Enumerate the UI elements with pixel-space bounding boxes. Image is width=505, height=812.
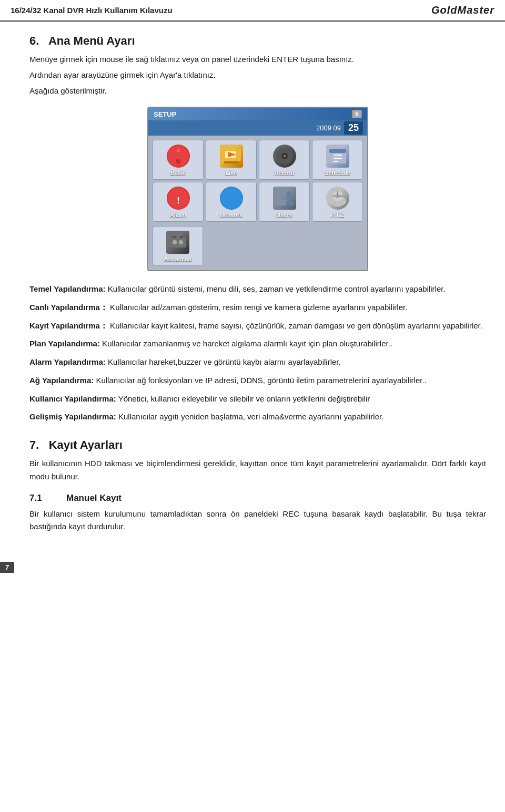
desc-alarm: Alarm Yapılandırma: Kullanıcılar hareket… bbox=[29, 356, 486, 369]
svg-rect-5 bbox=[224, 161, 239, 163]
svg-rect-2 bbox=[176, 159, 180, 163]
desc-canli-text: Kullanıcılar ad/zaman gösterim, resim re… bbox=[108, 303, 407, 312]
desc-kayit-bold: Kayıt Yapılandırma： bbox=[29, 321, 108, 330]
desc-gelismis: Gelişmiş Yapılandırma: Kullanıcılar aygı… bbox=[29, 410, 486, 424]
svg-point-22 bbox=[279, 190, 286, 198]
setup-item-live[interactable]: Live bbox=[206, 140, 257, 180]
ptz-icon bbox=[326, 187, 349, 210]
setup-item-live-label: Live bbox=[225, 170, 237, 176]
desc-kayit-text: Kullanıcılar kayıt kalitesi, frame sayıs… bbox=[108, 321, 482, 330]
setup-date-bar: 2009 09 25 bbox=[148, 120, 367, 136]
svg-rect-30 bbox=[169, 237, 186, 248]
setup-advanced-row: Advanced bbox=[148, 226, 367, 270]
svg-point-32 bbox=[179, 240, 183, 244]
setup-item-schedule-label: Schedule bbox=[325, 170, 350, 176]
header-logo: GoldMaster bbox=[431, 4, 494, 16]
svg-point-31 bbox=[173, 240, 177, 244]
desc-kullanici: Kullanıcı Yapılandırma: Yönetici, kullan… bbox=[29, 393, 486, 406]
users-icon bbox=[273, 187, 296, 210]
section7-title: 7. Kayıt Ayarları bbox=[29, 438, 486, 452]
footer: 7 bbox=[0, 562, 505, 573]
section6-title: 6. Ana Menü Ayarı bbox=[29, 34, 486, 48]
page-content: 6. Ana Menü Ayarı Menüye girmek için mou… bbox=[0, 22, 505, 551]
desc-canli-bold: Canlı Yapılandırma： bbox=[29, 303, 108, 312]
desc-ag-bold: Ağ Yapılandırma: bbox=[29, 376, 94, 385]
desc-kayit: Kayıt Yapılandırma： Kullanıcılar kayıt k… bbox=[29, 320, 486, 333]
svg-rect-33 bbox=[173, 236, 176, 238]
section7-heading: Kayıt Ayarları bbox=[49, 438, 123, 451]
setup-titlebar: SETUP X bbox=[148, 108, 367, 120]
section7-number: 7. bbox=[29, 438, 39, 451]
setup-item-alarm-label: Alarm bbox=[170, 212, 186, 218]
desc-ag-text: Kullanıcılar ağ fonksiyonları ve IP adre… bbox=[94, 376, 427, 385]
setup-date-label: 2009 09 bbox=[316, 124, 341, 132]
setup-item-advanced-label: Advanced bbox=[164, 256, 192, 262]
setup-item-ptz[interactable]: P.T.Z bbox=[312, 182, 363, 222]
setup-item-basic[interactable]: Basic bbox=[153, 140, 204, 180]
desc-gelismis-text: Kullanıcılar aygıtı yeniden başlatma, ve… bbox=[116, 412, 384, 421]
desc-alarm-bold: Alarm Yapılandırma: bbox=[29, 357, 106, 366]
setup-date-number: 25 bbox=[344, 121, 363, 135]
section71-number: 7.1 bbox=[29, 493, 50, 503]
desc-plan-text: Kullanıcılar zamanlanmış ve hareket algı… bbox=[100, 339, 392, 348]
setup-title-label: SETUP bbox=[154, 110, 176, 118]
schedule-icon bbox=[326, 145, 349, 168]
setup-close-btn[interactable]: X bbox=[352, 110, 362, 118]
section6-heading: Ana Menü Ayarı bbox=[48, 34, 135, 47]
setup-item-record[interactable]: Record bbox=[259, 140, 310, 180]
desc-temel-text: Kullanıcılar görüntü sistemi, menu dili,… bbox=[106, 284, 446, 293]
live-icon bbox=[220, 145, 243, 168]
setup-item-network-label: Network bbox=[220, 212, 243, 218]
header-title: 16/24/32 Kanal DVR Hızlı Kullanım Kılavu… bbox=[11, 6, 173, 15]
svg-text:!: ! bbox=[177, 196, 179, 205]
setup-item-record-label: Record bbox=[275, 170, 295, 176]
basic-icon bbox=[167, 145, 190, 168]
desc-gelismis-bold: Gelişmiş Yapılandırma: bbox=[29, 412, 116, 421]
desc-kullanici-text: Yönetici, kullanıcı ekleyebilir ve sileb… bbox=[116, 394, 370, 403]
setup-item-alarm[interactable]: ! Alarm bbox=[153, 182, 204, 222]
desc-plan-bold: Plan Yapılandırma: bbox=[29, 339, 100, 348]
section7-intro: Bir kullanıcının HDD takması ve biçimlen… bbox=[29, 457, 486, 484]
setup-item-users[interactable]: Users bbox=[259, 182, 310, 222]
svg-rect-34 bbox=[180, 236, 183, 238]
setup-menu-grid: Basic Live bbox=[148, 136, 367, 226]
setup-image: SETUP X 2009 09 25 bbox=[29, 107, 486, 271]
section6-para3: Aşağıda gösterilmiştir. bbox=[29, 85, 486, 97]
record-icon bbox=[273, 145, 296, 168]
network-icon bbox=[220, 187, 243, 210]
svg-point-26 bbox=[336, 194, 340, 198]
desc-canli: Canlı Yapılandırma： Kullanıcılar ad/zama… bbox=[29, 301, 486, 314]
page-container: 16/24/32 Kanal DVR Hızlı Kullanım Kılavu… bbox=[0, 0, 505, 573]
svg-point-9 bbox=[284, 155, 286, 157]
section71-heading: Manuel Kayıt bbox=[66, 493, 122, 503]
setup-item-ptz-label: P.T.Z bbox=[331, 212, 344, 218]
setup-item-schedule[interactable]: Schedule bbox=[312, 140, 363, 180]
setup-item-advanced[interactable]: Advanced bbox=[153, 226, 203, 266]
setup-box: SETUP X 2009 09 25 bbox=[147, 107, 368, 271]
desc-alarm-text: Kullanıcılar hareket,buzzer ve görüntü k… bbox=[106, 357, 341, 366]
svg-point-23 bbox=[286, 191, 291, 197]
section6-number: 6. bbox=[29, 34, 39, 47]
advanced-icon bbox=[166, 231, 189, 254]
section6-para2: Ardından ayar arayüzüne girmek için Ayar… bbox=[29, 69, 486, 81]
section71-text: Bir kullanıcı sistem kurulumunu tamamlad… bbox=[29, 508, 486, 534]
setup-item-basic-label: Basic bbox=[170, 170, 186, 176]
page-header: 16/24/32 Kanal DVR Hızlı Kullanım Kılavu… bbox=[0, 0, 505, 22]
alarm-icon: ! bbox=[167, 187, 190, 210]
section6-para1: Menüye girmek için mouse ile sağ tıklatı… bbox=[29, 53, 486, 66]
desc-kullanici-bold: Kullanıcı Yapılandırma: bbox=[29, 394, 116, 403]
desc-temel-bold: Temel Yapılandırma: bbox=[29, 284, 106, 293]
page-number: 7 bbox=[0, 562, 14, 573]
setup-item-users-label: Users bbox=[276, 212, 292, 218]
setup-item-network[interactable]: Network bbox=[206, 182, 257, 222]
svg-rect-11 bbox=[329, 149, 346, 153]
desc-ag: Ağ Yapılandırma: Kullanıcılar ağ fonksiy… bbox=[29, 374, 486, 387]
desc-temel: Temel Yapılandırma: Kullanıcılar görüntü… bbox=[29, 283, 486, 296]
section71-title: 7.1 Manuel Kayıt bbox=[29, 493, 486, 503]
desc-plan: Plan Yapılandırma: Kullanıcılar zamanlan… bbox=[29, 337, 486, 351]
